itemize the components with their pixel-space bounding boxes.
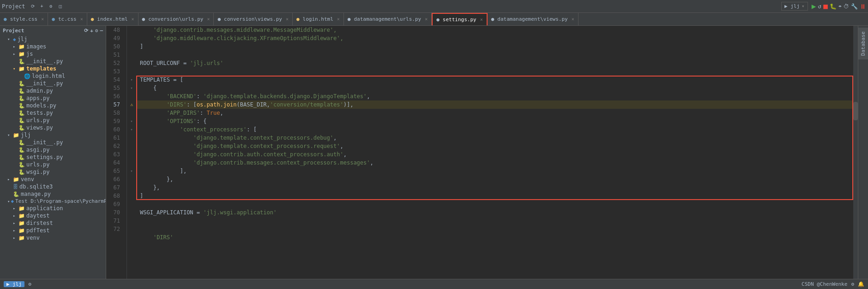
- sidebar-item-venv[interactable]: ▸ 📁 venv: [0, 176, 106, 183]
- sidebar-item-urls[interactable]: 🐍 urls.py: [0, 117, 106, 124]
- sidebar-settings-icon[interactable]: ⚙: [95, 28, 98, 34]
- sidebar-item-init-jlj2[interactable]: 🐍 __init__.py: [0, 139, 106, 146]
- tab-style-css[interactable]: ● style.css ×: [0, 13, 48, 25]
- tab-index-html[interactable]: ● index.html ×: [87, 13, 139, 25]
- sidebar-item-templates[interactable]: ▾ 📁 templates: [0, 65, 106, 72]
- rerun-button[interactable]: ↺: [818, 3, 821, 10]
- code-line-67[interactable]: },: [136, 183, 853, 192]
- close-datamanagement-urls[interactable]: ×: [425, 17, 428, 22]
- sidebar-item-apps[interactable]: 🐍 apps.py: [0, 94, 106, 102]
- code-area[interactable]: 'django.contrib.messages.middleware.Mess…: [136, 26, 853, 279]
- coverage-button[interactable]: ☂: [838, 3, 842, 10]
- code-line-60[interactable]: 'context_processors' : [: [136, 125, 853, 134]
- sidebar-item-pdftest[interactable]: ▸ 📁 pdfTest: [0, 227, 106, 234]
- code-line-63[interactable]: 'django.contrib.auth.context_processors.…: [136, 150, 853, 159]
- sidebar-item-tests[interactable]: 🐍 tests.py: [0, 109, 106, 117]
- gutter-50: 50: [106, 42, 123, 51]
- bottom-settings-icon[interactable]: ⚙: [28, 281, 31, 287]
- run-dropdown[interactable]: ▶ jlj ▾: [781, 2, 808, 11]
- sidebar-item-jlj-folder[interactable]: ▾ 📁 jlj: [0, 131, 106, 139]
- code-line-55[interactable]: {: [136, 84, 853, 92]
- close-tc-css[interactable]: ×: [80, 17, 83, 22]
- bottom-gear-icon[interactable]: ⚙: [851, 281, 854, 287]
- code-line-68[interactable]: ]: [136, 192, 853, 200]
- tab-datamanagement-urls[interactable]: ● datamanagement\urls.py ×: [344, 13, 432, 25]
- add-icon[interactable]: +: [38, 3, 46, 10]
- sidebar-item-js[interactable]: ▸ 📁 js: [0, 50, 106, 58]
- sidebar-item-manage-py[interactable]: 🐍 manage.py: [0, 190, 106, 198]
- code-line-50[interactable]: ]: [136, 42, 853, 51]
- pause-button[interactable]: ⏸: [860, 3, 866, 10]
- sidebar-add-icon[interactable]: +: [90, 28, 93, 34]
- code-line-52[interactable]: ROOT_URLCONF = 'jlj.urls': [136, 59, 853, 67]
- code-line-73[interactable]: 'DIRS': [136, 233, 853, 242]
- tab-indicator[interactable]: ▶ jlj: [4, 281, 24, 287]
- sidebar-item-db-sqlite3[interactable]: 🗄 db.sqlite3: [0, 183, 106, 190]
- code-line-58[interactable]: 'APP_DIRS' : True ,: [136, 109, 853, 117]
- code-line-70[interactable]: WSGI_APPLICATION = 'jlj.wsgi.application…: [136, 208, 853, 217]
- code-line-61[interactable]: 'django.template.context_processors.debu…: [136, 134, 853, 142]
- close-datamanagement-views[interactable]: ×: [572, 17, 574, 22]
- profile-button[interactable]: ⏱: [844, 3, 849, 10]
- gutter-60: 60: [106, 125, 123, 134]
- database-panel-tab[interactable]: Database: [858, 28, 868, 59]
- debug-button[interactable]: 🐛: [830, 3, 837, 10]
- code-line-57[interactable]: 'DIRS' : [ os.path.join ( BASE_DIR , 'co…: [136, 100, 853, 109]
- sidebar-item-asgi[interactable]: 🐍 asgi.py: [0, 146, 106, 153]
- tab-tc-css[interactable]: ● tc.css ×: [48, 13, 87, 25]
- code-line-56[interactable]: 'BACKEND' : 'django.template.backends.dj…: [136, 92, 853, 100]
- tools-button[interactable]: 🔧: [851, 3, 858, 10]
- code-line-66[interactable]: },: [136, 175, 853, 183]
- tab-login-html[interactable]: ● login.html ×: [293, 13, 344, 25]
- py-icon9: 🐍: [18, 140, 25, 146]
- code-line-51[interactable]: [136, 51, 853, 59]
- sidebar-item-login-html[interactable]: 🌐 login.html: [0, 72, 106, 80]
- sidebar-item-init-root[interactable]: 🐍 __init__.py: [0, 58, 106, 65]
- close-settings-py[interactable]: ×: [480, 17, 483, 22]
- code-line-53[interactable]: [136, 67, 853, 76]
- tab-conversion-urls[interactable]: ● conversion\urls.py ×: [139, 13, 214, 25]
- sidebar-item-venv2[interactable]: ▸ 📁 venv: [0, 234, 106, 242]
- close-conversion-views[interactable]: ×: [286, 17, 289, 22]
- code-line-54[interactable]: TEMPLATES = [: [136, 76, 853, 84]
- sidebar-item-wsgi[interactable]: 🐍 wsgi.py: [0, 168, 106, 176]
- tab-settings-py[interactable]: ● settings.py ×: [432, 13, 488, 25]
- close-login-html[interactable]: ×: [337, 17, 340, 22]
- sidebar-item-images[interactable]: ▸ 📁 images: [0, 43, 106, 50]
- sync-icon[interactable]: ⟳: [29, 3, 36, 10]
- sidebar-item-dirstest[interactable]: ▸ 📁 dirstest: [0, 219, 106, 227]
- sidebar-item-urls2[interactable]: 🐍 urls.py: [0, 161, 106, 168]
- code-line-59[interactable]: 'OPTIONS' : {: [136, 117, 853, 125]
- sidebar-collapse-icon[interactable]: —: [100, 28, 103, 34]
- code-line-48[interactable]: 'django.contrib.messages.middleware.Mess…: [136, 26, 853, 34]
- stop-button[interactable]: ■: [823, 2, 828, 11]
- sidebar-item-views[interactable]: 🐍 views.py: [0, 124, 106, 131]
- code-line-64[interactable]: 'django.contrib.messages.context_process…: [136, 159, 853, 167]
- code-line-62[interactable]: 'django.template.context_processors.requ…: [136, 142, 853, 150]
- sidebar-item-models[interactable]: 🐍 models.py: [0, 102, 106, 109]
- sidebar-sync-icon[interactable]: ⟳: [84, 28, 88, 34]
- sidebar-item-settings-py[interactable]: 🐍 settings.py: [0, 153, 106, 161]
- code-line-72[interactable]: [136, 225, 853, 233]
- code-line-69[interactable]: [136, 200, 853, 208]
- tab-conversion-views[interactable]: ● conversion\views.py ×: [214, 13, 293, 25]
- sidebar-item-daytest[interactable]: ▸ 📁 daytest: [0, 212, 106, 219]
- close-index-html[interactable]: ×: [132, 17, 134, 22]
- bottom-notifications-icon[interactable]: 🔔: [858, 281, 864, 287]
- code-line-49[interactable]: 'django.middleware.clickjacking.XFrameOp…: [136, 34, 853, 42]
- close-style-css[interactable]: ×: [41, 17, 44, 22]
- code-line-71[interactable]: [136, 217, 853, 225]
- settings-icon[interactable]: ⚙: [48, 3, 55, 10]
- sidebar-item-admin[interactable]: 🐍 admin.py: [0, 87, 106, 94]
- collapse-icon[interactable]: ◫: [57, 3, 64, 10]
- sidebar-item-jlj-root[interactable]: ▾ ◆ jlj: [0, 35, 106, 43]
- tab-datamanagement-views[interactable]: ● datamanagement\views.py ×: [488, 13, 579, 25]
- run-button[interactable]: ▶: [812, 2, 816, 11]
- scrollbar[interactable]: [853, 26, 858, 279]
- close-conversion-urls[interactable]: ×: [207, 17, 210, 22]
- code-line-65[interactable]: ],: [136, 167, 853, 175]
- gutter-71: 71: [106, 217, 123, 225]
- sidebar-item-application[interactable]: ▸ 📁 application: [0, 205, 106, 212]
- sidebar-item-init-jlj[interactable]: 🐍 __init__.py: [0, 80, 106, 87]
- sidebar-item-test-project[interactable]: ▾ ◆ Test D:\Program-space\PycharmProject…: [0, 198, 106, 205]
